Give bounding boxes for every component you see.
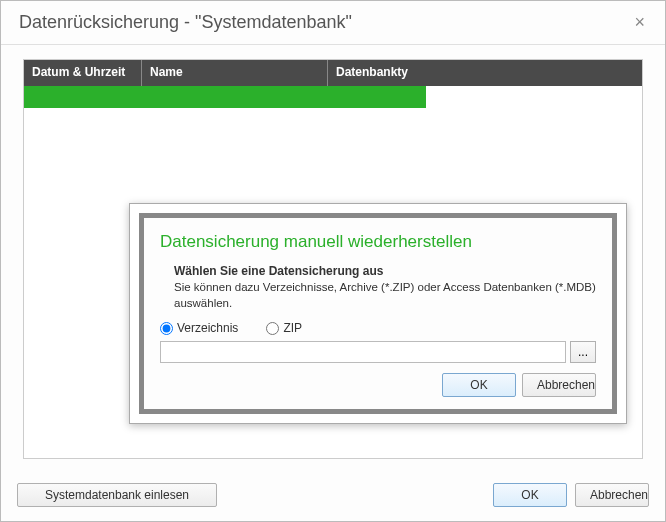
col-name[interactable]: Name [142, 60, 328, 86]
radio-directory-input[interactable] [160, 322, 173, 335]
restore-ok-button[interactable]: OK [442, 373, 516, 397]
instruction-body: Sie können dazu Verzeichnisse, Archive (… [174, 280, 596, 311]
main-window: Datenrücksicherung - "Systemdatenbank" ×… [0, 0, 666, 522]
radio-directory[interactable]: Verzeichnis [160, 321, 238, 335]
path-input[interactable] [160, 341, 566, 363]
window-title: Datenrücksicherung - "Systemdatenbank" [19, 12, 352, 33]
restore-dialog-frame: Datensicherung manuell wiederherstellen … [139, 213, 617, 414]
ok-button[interactable]: OK [493, 483, 567, 507]
restore-heading: Datensicherung manuell wiederherstellen [160, 232, 596, 252]
restore-dialog-buttons: OK Abbrechen [160, 373, 596, 397]
radio-directory-label: Verzeichnis [177, 321, 238, 335]
footer-buttons: Systemdatenbank einlesen OK Abbrechen [1, 473, 665, 521]
source-type-radios: Verzeichnis ZIP [160, 321, 596, 335]
restore-cancel-button[interactable]: Abbrechen [522, 373, 596, 397]
content-area: Datum & Uhrzeit Name Datenbankty Datensi… [1, 45, 665, 473]
cancel-button[interactable]: Abbrechen [575, 483, 649, 507]
col-datetime[interactable]: Datum & Uhrzeit [24, 60, 142, 86]
radio-zip-input[interactable] [266, 322, 279, 335]
path-row: ... [160, 341, 596, 363]
radio-zip-label: ZIP [283, 321, 302, 335]
browse-button[interactable]: ... [570, 341, 596, 363]
titlebar: Datenrücksicherung - "Systemdatenbank" × [1, 1, 665, 45]
close-icon[interactable]: × [626, 8, 653, 37]
restore-dialog: Datensicherung manuell wiederherstellen … [129, 203, 627, 424]
table-row[interactable] [24, 86, 426, 108]
radio-zip[interactable]: ZIP [266, 321, 302, 335]
readin-button[interactable]: Systemdatenbank einlesen [17, 483, 217, 507]
instruction-title: Wählen Sie eine Datensicherung aus [174, 264, 596, 278]
col-dbtype[interactable]: Datenbankty [328, 60, 426, 86]
table-header: Datum & Uhrzeit Name Datenbankty [24, 60, 642, 86]
